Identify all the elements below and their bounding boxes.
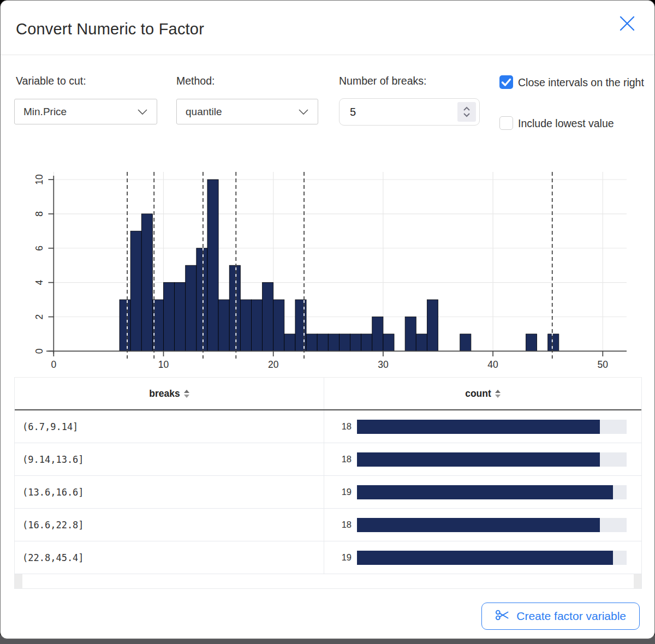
histogram-plot: 010203040500246810 [11, 158, 645, 376]
svg-text:10: 10 [34, 174, 45, 185]
svg-text:40: 40 [487, 359, 498, 370]
table-row: (16.6,22.8]18 [15, 509, 641, 541]
count-bar [357, 518, 600, 532]
number-stepper[interactable] [457, 102, 476, 122]
method-select-value: quantile [186, 106, 222, 118]
svg-text:10: 10 [158, 359, 169, 370]
dialog-header: Convert Numeric to Factor [1, 1, 654, 55]
breaks-column-label: breaks [149, 388, 180, 399]
checkbox-group: Close intervals on the right Include low… [499, 73, 646, 133]
variable-to-cut-label: Variable to cut: [16, 75, 86, 87]
scissors-icon [495, 609, 510, 624]
chevron-down-icon [463, 112, 471, 117]
include-lowest-label: Include lowest value [518, 117, 614, 129]
breaks-cell: (16.6,22.8] [15, 509, 324, 541]
count-value: 18 [324, 520, 352, 530]
table-header-row: breaks count [15, 378, 641, 410]
breaks-cell: (6.7,9.14] [15, 410, 324, 443]
close-icon [618, 14, 636, 35]
count-bar [357, 452, 600, 467]
count-cell: 19 [324, 541, 641, 574]
count-cell: 18 [324, 509, 641, 541]
count-bar-track [357, 452, 627, 467]
checkbox-checked-icon[interactable] [499, 75, 513, 89]
breaks-cell: (9.14,13.6] [15, 443, 324, 475]
count-cell: 19 [324, 476, 641, 508]
dialog-title: Convert Numeric to Factor [16, 20, 204, 38]
table-row: (13.6,16.6]19 [15, 476, 641, 509]
count-bar [357, 485, 613, 499]
table-row: (9.14,13.6]18 [15, 443, 641, 476]
breaks-input-wrap [339, 98, 480, 126]
method-select[interactable]: quantile [176, 99, 318, 124]
method-label: Method: [176, 75, 215, 87]
sort-icon [184, 390, 189, 398]
count-column-label: count [465, 388, 491, 399]
table-footer-strip [15, 574, 641, 588]
breaks-cell: (22.8,45.4] [15, 541, 324, 574]
count-bar [357, 420, 600, 434]
close-intervals-label: Close intervals on the right [518, 76, 644, 88]
count-bar-track [357, 420, 627, 434]
number-of-breaks-label: Number of breaks: [339, 75, 426, 87]
svg-text:6: 6 [34, 246, 45, 251]
count-bar-track [357, 551, 627, 565]
chevron-down-icon [298, 109, 309, 115]
convert-numeric-dialog: Convert Numeric to Factor Variable to cu… [0, 0, 655, 639]
svg-text:50: 50 [598, 359, 609, 370]
close-button[interactable] [616, 14, 638, 35]
table-row: (6.7,9.14]18 [15, 410, 641, 443]
svg-text:30: 30 [378, 359, 389, 370]
svg-text:2: 2 [34, 314, 45, 320]
breaks-cell: (13.6,16.6] [15, 476, 324, 508]
count-value: 18 [324, 454, 352, 464]
count-bar [357, 551, 613, 565]
count-bar-track [357, 518, 627, 532]
screen: Convert Numeric to Factor Variable to cu… [0, 0, 655, 644]
breaks-table: breaks count (6.7,9.14]18(9.14,13.6]18(1… [14, 377, 642, 589]
count-value: 19 [324, 487, 352, 497]
count-cell: 18 [324, 443, 641, 475]
count-bar-track [357, 485, 627, 499]
chevron-up-icon [463, 106, 471, 111]
histogram: 010203040500246810 [11, 158, 645, 376]
count-column-header[interactable]: count [324, 378, 641, 409]
checkbox-unchecked-icon[interactable] [499, 116, 513, 130]
create-factor-button[interactable]: Create factor variable [481, 603, 640, 630]
count-value: 19 [324, 552, 352, 563]
svg-text:8: 8 [34, 211, 45, 217]
sort-icon [495, 390, 501, 398]
svg-text:20: 20 [268, 359, 279, 370]
include-lowest-checkbox-row[interactable]: Include lowest value [499, 114, 646, 134]
table-body: (6.7,9.14]18(9.14,13.6]18(13.6,16.6]19(1… [15, 410, 641, 574]
table-row: (22.8,45.4]19 [15, 541, 641, 574]
svg-text:0: 0 [51, 359, 56, 370]
count-cell: 18 [324, 410, 641, 443]
svg-text:0: 0 [34, 348, 45, 354]
chevron-down-icon [137, 109, 148, 115]
count-value: 18 [324, 421, 352, 432]
svg-text:4: 4 [34, 280, 45, 285]
variable-select[interactable]: Min.Price [14, 99, 157, 124]
create-factor-button-label: Create factor variable [516, 610, 626, 623]
breaks-column-header[interactable]: breaks [15, 378, 324, 409]
close-intervals-checkbox-row[interactable]: Close intervals on the right [499, 73, 646, 93]
variable-select-value: Min.Price [23, 106, 67, 118]
